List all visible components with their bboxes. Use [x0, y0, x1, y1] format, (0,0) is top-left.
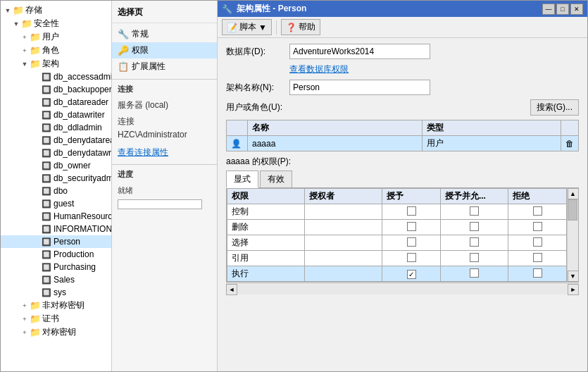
grantwith-checkbox[interactable]: [470, 237, 479, 247]
scroll-up-btn[interactable]: ▲: [568, 188, 579, 199]
perm-col-name: 权限: [227, 189, 305, 204]
tree-item-dbo[interactable]: 🔲 dbo: [1, 185, 111, 197]
tree-item-roles[interactable]: + 📁 角色: [1, 44, 111, 57]
grant-checkbox[interactable]: [407, 222, 416, 231]
row-action-cell[interactable]: 🗑: [561, 136, 579, 151]
view-db-perms-link[interactable]: 查看数据库权限: [289, 64, 349, 74]
expand-icon: [32, 73, 40, 81]
perm-grant-cell[interactable]: [382, 204, 441, 220]
schema-icon: 🔲: [41, 97, 52, 108]
scroll-thumb[interactable]: [568, 199, 577, 221]
schema-icon: 🔲: [41, 135, 52, 146]
schema-name-input[interactable]: [289, 80, 430, 95]
grant-checkbox[interactable]: [407, 270, 416, 279]
tree-label: 安全性: [34, 18, 59, 30]
tree-item-sys[interactable]: 🔲 sys: [1, 286, 111, 299]
deny-checkbox[interactable]: [533, 237, 542, 247]
tree-item-security[interactable]: ▼ 📁 安全性: [1, 17, 111, 30]
deny-checkbox[interactable]: [533, 253, 542, 262]
tree-item-db-datareader[interactable]: 🔲 db_datareader: [1, 96, 111, 108]
tree-item-asymkeys[interactable]: + 📁 非对称密钥: [1, 299, 111, 312]
database-label: 数据库(D):: [226, 46, 289, 58]
tree-item-certificates[interactable]: + 📁 证书: [1, 312, 111, 326]
table-row[interactable]: 👤 aaaaa 用户 🗑: [227, 136, 579, 151]
tree-item-symkeys[interactable]: + 📁 对称密钥: [1, 326, 111, 339]
tree-item-db-denywriter[interactable]: 🔲 db_denydatawriter: [1, 147, 111, 159]
permissions-icon: 🔑: [118, 45, 129, 56]
grant-checkbox[interactable]: [407, 237, 416, 247]
tree-item-db-backup[interactable]: 🔲 db_backupoperator: [1, 83, 111, 96]
minimize-button[interactable]: —: [542, 4, 555, 15]
tree-item-db-owner[interactable]: 🔲 db_owner: [1, 159, 111, 172]
tabs-row: 显式 有效: [226, 170, 579, 188]
tab-effective[interactable]: 有效: [260, 170, 292, 188]
tree-item-schemas[interactable]: ▼ 📁 架构: [1, 57, 111, 70]
tree-label: db_accessadmin: [54, 72, 112, 82]
perm-scrollbar[interactable]: ▲ ▼: [567, 188, 578, 282]
schema-icon: 🔲: [41, 274, 52, 285]
perm-row-reference[interactable]: 引用: [227, 251, 567, 266]
deny-checkbox[interactable]: [533, 268, 542, 278]
perm-row-control[interactable]: 控制: [227, 204, 567, 220]
expand-icon: [32, 98, 40, 106]
grantwith-checkbox[interactable]: [470, 268, 479, 278]
perm-row-delete[interactable]: 删除: [227, 220, 567, 235]
help-button[interactable]: ❓ 帮助: [281, 19, 320, 35]
tree-item-purchasing[interactable]: 🔲 Purchasing: [1, 261, 111, 273]
deny-checkbox[interactable]: [533, 206, 542, 216]
tree-item-db-ddladmin[interactable]: 🔲 db_ddladmin: [1, 121, 111, 134]
database-input[interactable]: [289, 44, 430, 59]
perm-grantwith-cell[interactable]: [440, 204, 508, 220]
tree-item-db-security[interactable]: 🔲 db_securityadmin: [1, 172, 111, 185]
tree-label: 用户: [42, 31, 59, 43]
script-button[interactable]: 📝 脚本 ▼: [222, 19, 272, 35]
grantwith-checkbox[interactable]: [470, 222, 479, 231]
select-item-general[interactable]: 🔧 常规: [112, 26, 217, 42]
main-panel: 🔧 架构属性 - Person — □ ✕ 📝 脚本 ▼ ❓ 帮助: [218, 1, 587, 371]
scroll-down-btn[interactable]: ▼: [568, 271, 579, 282]
delete-icon[interactable]: 🗑: [565, 139, 574, 149]
tree-item-sales[interactable]: 🔲 Sales: [1, 273, 111, 286]
tree-item-storage[interactable]: ▼ 📁 存储: [1, 4, 111, 17]
user-role-row: 用户或角色(U): 搜索(G)...: [226, 99, 579, 116]
tree-item-users[interactable]: + 📁 用户: [1, 30, 111, 44]
tree-label: db_datareader: [54, 97, 108, 107]
perm-col-deny: 拒绝: [508, 189, 567, 204]
search-button[interactable]: 搜索(G)...: [530, 99, 579, 116]
schema-icon: 🔲: [41, 160, 52, 171]
tree-label: 存储: [25, 4, 42, 16]
select-item-label: 权限: [132, 44, 149, 56]
perm-row-select[interactable]: 选择: [227, 235, 567, 251]
tree-item-guest[interactable]: 🔲 guest: [1, 197, 111, 210]
expand-icon: ▼: [20, 60, 29, 68]
deny-checkbox[interactable]: [533, 222, 542, 231]
select-item-permissions[interactable]: 🔑 权限: [112, 42, 217, 58]
scroll-right-btn[interactable]: ►: [568, 284, 579, 295]
tab-explicit[interactable]: 显式: [226, 170, 258, 188]
grantwith-checkbox[interactable]: [470, 253, 479, 262]
select-item-extended[interactable]: 📋 扩展属性: [112, 58, 217, 75]
tree-item-db-datawriter[interactable]: 🔲 db_datawriter: [1, 108, 111, 121]
perm-h-scrollbar[interactable]: ◄ ►: [226, 283, 579, 294]
tree-item-person[interactable]: 🔲 Person: [1, 235, 111, 248]
scroll-left-btn[interactable]: ◄: [226, 284, 237, 295]
view-connection-link[interactable]: 查看连接属性: [112, 145, 217, 160]
grantwith-checkbox[interactable]: [470, 206, 479, 216]
tree-item-information-schema[interactable]: 🔲 INFORMATION_SCHEMA: [1, 223, 111, 235]
toolbar: 📝 脚本 ▼ ❓ 帮助: [218, 17, 587, 38]
close-button[interactable]: ✕: [570, 4, 583, 15]
app-icon: 🔧: [222, 4, 232, 14]
maximize-button[interactable]: □: [556, 4, 569, 15]
tree-item-db-access[interactable]: 🔲 db_accessadmin: [1, 70, 111, 83]
tree-item-db-denyreader[interactable]: 🔲 db_denydatareader: [1, 134, 111, 147]
schema-icon: 🔲: [41, 71, 52, 82]
tree-label: db_owner: [54, 161, 91, 170]
perm-row-execute[interactable]: 执行: [227, 266, 567, 282]
folder-icon: 📁: [21, 18, 32, 30]
help-icon: ❓: [286, 23, 296, 32]
grant-checkbox[interactable]: [407, 253, 416, 262]
tree-item-humanresources[interactable]: 🔲 HumanResources: [1, 210, 111, 223]
perm-deny-cell[interactable]: [508, 204, 567, 220]
tree-item-production[interactable]: 🔲 Production: [1, 248, 111, 261]
grant-checkbox[interactable]: [407, 206, 416, 216]
